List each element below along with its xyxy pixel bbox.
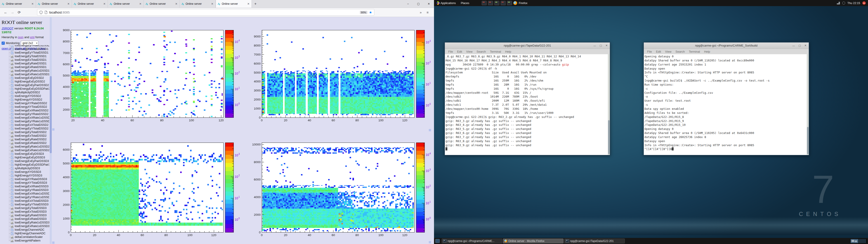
tree-item[interactable]: lowEnergyXYTotalDSSD2	[0, 105, 49, 109]
tree-item[interactable]: deltaCorrelationScaler	[0, 235, 49, 239]
tree-item[interactable]: lowEnergyExXTotalDSSD3	[0, 199, 49, 203]
terminal-menu-edit[interactable]: Edit	[654, 50, 663, 53]
xml-link[interactable]: xml	[30, 35, 35, 39]
tree-item[interactable]: lowEnergyEyYTotalDSSD3	[0, 203, 49, 206]
terminal-scrollbar-thumb[interactable]	[608, 120, 610, 154]
tree-item[interactable]: lowEnergyEyRateDSSD2	[0, 138, 49, 141]
plot-canvas-top-right[interactable]	[242, 18, 434, 130]
terminal-launcher-icon[interactable]	[482, 1, 487, 5]
tree-item[interactable]: lowEnergyExRateDSSD1	[0, 65, 49, 69]
terminal-menu-search[interactable]: Search	[474, 50, 488, 53]
plot-canvas-bottom-right[interactable]	[242, 130, 434, 244]
browser-tab[interactable]: Online server✕	[108, 0, 144, 8]
tree-item[interactable]: lowEnergyEyRateDSSD3	[0, 214, 49, 217]
tree-item[interactable]: highEnergyXYDSSD2	[0, 98, 49, 101]
terminal-output[interactable]: _6.gz R63_7.gz R63_8.gz R63_9.gz R64_0 R…	[445, 54, 610, 155]
tree-item[interactable]: lowEnergyEyYTotalDSSD1	[0, 51, 49, 55]
minimize-icon[interactable]: —	[593, 44, 596, 47]
terminal-window-tapedata[interactable]: npg@carme-gsi:/TapeData/G22-201 — ▢ ✕ Fi…	[444, 42, 610, 155]
terminal-scrollbar[interactable]	[608, 54, 610, 155]
window-close-button[interactable]: ✕	[424, 0, 434, 8]
tree-item[interactable]: lowEnergyEyTotalDSSD2	[0, 130, 49, 134]
tree-item[interactable]: lowEnergyEyYRate1sDSSD1	[0, 45, 49, 47]
tree-item[interactable]: highEnergyXYDSSD3	[0, 174, 49, 177]
tree-item[interactable]: lowEnergyExRate1sDSSD3	[0, 224, 49, 228]
tree-item[interactable]: lowEnergyXYDSSD3	[0, 170, 49, 174]
tree-item[interactable]: lowEnergyExRate1sDSSD2	[0, 148, 49, 152]
browser-tab[interactable]: Online server✕	[216, 0, 252, 8]
tab-close-icon[interactable]: ✕	[247, 2, 250, 5]
json-link[interactable]: json	[18, 35, 24, 39]
tree-item[interactable]: lowEnergyExRateDSSD2	[0, 141, 49, 145]
tree-item[interactable]: xyMultiplicityDSSD3	[0, 166, 49, 170]
tree-item[interactable]: lowEnergyExXTotalDSSD2	[0, 123, 49, 127]
terminal-menu-search[interactable]: Search	[673, 50, 687, 53]
tree-item[interactable]: lowEnergyXYRateDSSD3	[0, 177, 49, 181]
terminal-menu-help[interactable]: Help	[702, 50, 712, 53]
terminal-launcher-icon[interactable]	[494, 1, 499, 5]
network-icon[interactable]	[842, 2, 845, 4]
tree-item[interactable]: lowEnergyEyYRate1sDSSD3	[0, 195, 49, 199]
terminal-scrollbar[interactable]	[807, 54, 809, 155]
taskbar-button[interactable]: npg@carme-gsi:~/Programs/CARME...	[442, 239, 502, 243]
pad-corner-button[interactable]	[52, 242, 55, 244]
applications-menu[interactable]: Applications	[434, 0, 458, 6]
tab-close-icon[interactable]: ✕	[211, 2, 214, 5]
maximize-icon[interactable]: ▢	[599, 44, 602, 47]
terminal-launcher-icon[interactable]	[501, 1, 506, 5]
places-menu[interactable]: Places	[458, 0, 472, 6]
browser-tab[interactable]: Online server✕	[72, 0, 108, 8]
tab-close-icon[interactable]: ✕	[139, 2, 142, 5]
close-icon[interactable]: ✕	[804, 44, 807, 47]
clock[interactable]: Thu 22:15	[847, 2, 860, 5]
pad-corner-button[interactable]	[52, 128, 55, 130]
tree-item[interactable]: lowEnergyExXRate1sDSSD2	[0, 116, 49, 120]
tree-item[interactable]: lowEnergyEyTotalDSSD1	[0, 55, 49, 58]
tree-item[interactable]: xyMultiplicityDSSD2	[0, 91, 49, 94]
sidebar-scrollbar[interactable]	[50, 17, 52, 244]
tree-item[interactable]: highEnergyExEyDSSDPair3	[0, 163, 49, 166]
tree-item[interactable]: lowEnergyXYTotalDSSD3	[0, 181, 49, 185]
tree-item[interactable]: lowEnergyHitPattern	[0, 239, 49, 242]
plot-canvas-bottom-left[interactable]	[52, 130, 242, 244]
show-desktop-icon[interactable]	[435, 239, 440, 243]
browser-tab[interactable]: Online server✕	[0, 0, 36, 8]
tree-item[interactable]: lowEnergyEyTotalDSSD3	[0, 206, 49, 210]
tree-item[interactable]: lowEnergyExXRateDSSD3	[0, 185, 49, 188]
taskbar-button[interactable]: npg@carme-gsi:/TapeData/G22-201	[564, 239, 625, 243]
tree-item[interactable]: lowEnergyXYRateDSSD2	[0, 101, 49, 105]
workspace-1[interactable]	[850, 239, 859, 243]
tree-item[interactable]: lowEnergyChannelADC	[0, 228, 49, 232]
window-minimize-button[interactable]: –	[403, 0, 413, 8]
firefox-icon[interactable]	[513, 1, 517, 5]
tree-item[interactable]: lowEnergyExEyPairDSSD2	[0, 83, 49, 87]
tree-item[interactable]: lowEnergyXYDSSD2	[0, 94, 49, 98]
tab-close-icon[interactable]: ✕	[31, 2, 34, 5]
zoom-level-badge[interactable]: 90%	[360, 11, 367, 14]
workspace-2[interactable]	[859, 239, 866, 243]
tree-item[interactable]: lowEnergyExEyPairDSSD3	[0, 159, 49, 163]
terminal-title-bar[interactable]: npg@carme-gsi:~/Programs/CARME_Sort/buil…	[644, 42, 809, 49]
maximize-icon[interactable]: ▢	[798, 44, 801, 47]
window-restore-button[interactable]: ▢	[413, 0, 424, 8]
terminal-menu-view[interactable]: View	[663, 50, 673, 53]
updates-icon[interactable]	[862, 1, 866, 5]
notification-icon[interactable]	[837, 2, 840, 4]
reload-button[interactable]: ⟳	[16, 9, 23, 16]
tree-item[interactable]: lowEnergyEyRateDSSD1	[0, 62, 49, 65]
tree-item[interactable]: lowEnergyExRate1sDSSD1	[0, 72, 49, 76]
tab-close-icon[interactable]: ✕	[67, 2, 70, 5]
terminal-menu-view[interactable]: View	[464, 50, 474, 53]
tree-item[interactable]: lowEnergyExXRate1sDSSD3	[0, 192, 49, 195]
new-tab-button[interactable]: +	[252, 0, 259, 8]
jsroot-link[interactable]: JSROOT	[2, 27, 13, 30]
tree-item[interactable]: highEnergyExEyDSSD2	[0, 80, 49, 83]
back-button[interactable]: ←	[2, 9, 9, 16]
bookmark-star-icon[interactable]: ★	[369, 10, 372, 14]
browser-tab[interactable]: Online server✕	[36, 0, 72, 8]
forward-button[interactable]: →	[9, 9, 16, 16]
terminal-menu-terminal[interactable]: Terminal	[687, 50, 702, 53]
terminal-output[interactable]: Opening dataspy 0dataSpy Shared buffer a…	[644, 54, 809, 155]
terminal-launcher-icon[interactable]	[507, 1, 512, 5]
tree-item[interactable]: lowEnergyEyYRateDSSD3	[0, 188, 49, 192]
